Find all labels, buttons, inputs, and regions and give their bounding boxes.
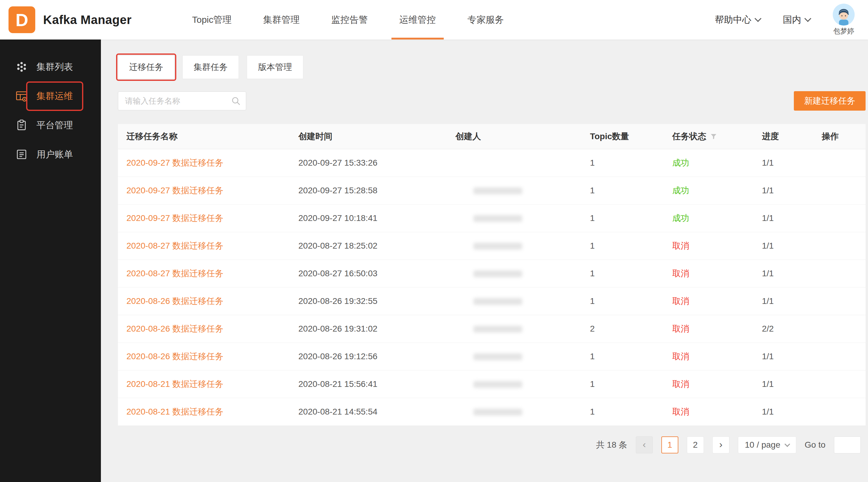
actions-cell xyxy=(813,315,866,343)
task-name-link[interactable]: 2020-09-27 数据迁移任务 xyxy=(126,158,223,167)
column-header: 创建人 xyxy=(447,124,581,149)
status-badge: 取消 xyxy=(672,241,689,250)
avatar[interactable] xyxy=(833,4,855,26)
actions-cell xyxy=(813,260,866,287)
tab-迁移任务[interactable]: 迁移任务 xyxy=(118,55,175,79)
progress-cell: 1/1 xyxy=(753,232,813,260)
actions-cell xyxy=(813,370,866,398)
sidebar-item-label: 平台管理 xyxy=(36,119,73,132)
progress-cell: 1/1 xyxy=(753,176,813,204)
creator-cell xyxy=(447,204,581,232)
status-cell: 取消 xyxy=(664,260,753,287)
progress-cell: 1/1 xyxy=(753,343,813,370)
name-cell: 2020-08-21 数据迁移任务 xyxy=(118,370,290,398)
status-badge: 取消 xyxy=(672,379,689,389)
page-buttons: 12 xyxy=(661,437,704,453)
goto-label: Go to xyxy=(805,440,826,450)
header-right: 帮助中心 国内 包梦婷 xyxy=(715,4,868,36)
create-migration-task-button[interactable]: 新建迁移任务 xyxy=(794,91,866,110)
created-cell: 2020-08-27 18:25:02 xyxy=(290,232,447,260)
topics-count-cell: 1 xyxy=(581,260,664,287)
region-selector[interactable]: 国内 xyxy=(783,14,810,26)
task-name-link[interactable]: 2020-08-26 数据迁移任务 xyxy=(126,324,223,333)
status-badge: 成功 xyxy=(672,158,689,167)
name-cell: 2020-08-27 数据迁移任务 xyxy=(118,260,290,287)
toolbar: 新建迁移任务 xyxy=(118,91,866,110)
creator-cell xyxy=(447,370,581,398)
platform-icon xyxy=(15,119,28,132)
nav-item-集群管理[interactable]: 集群管理 xyxy=(247,0,315,39)
nav-item-Topic管理[interactable]: Topic管理 xyxy=(176,0,247,39)
status-cell: 成功 xyxy=(664,149,753,176)
user-menu[interactable]: 包梦婷 xyxy=(833,4,855,36)
filter-icon[interactable] xyxy=(710,132,717,140)
topics-count-cell: 2 xyxy=(581,315,664,343)
progress-cell: 1/1 xyxy=(753,149,813,176)
column-header: 进度 xyxy=(753,124,813,149)
column-header: 操作 xyxy=(813,124,866,149)
progress-cell: 1/1 xyxy=(753,204,813,232)
table-row: 2020-08-21 数据迁移任务2020-08-21 14:55:541取消1… xyxy=(118,398,866,425)
creator-cell xyxy=(447,176,581,204)
task-name-link[interactable]: 2020-09-27 数据迁移任务 xyxy=(126,186,223,195)
table-row: 2020-08-27 数据迁移任务2020-08-27 18:25:021取消1… xyxy=(118,232,866,260)
task-name-link[interactable]: 2020-08-26 数据迁移任务 xyxy=(126,352,223,361)
chevron-left-icon: ‹ xyxy=(643,440,646,449)
chevron-down-icon xyxy=(784,441,790,447)
actions-cell xyxy=(813,343,866,370)
nav-item-监控告警[interactable]: 监控告警 xyxy=(315,0,383,39)
sidebar-item-label: 集群运维 xyxy=(36,90,73,102)
column-header: 创建时间 xyxy=(290,124,447,149)
task-name-link[interactable]: 2020-09-27 数据迁移任务 xyxy=(126,213,223,223)
chevron-down-icon xyxy=(804,15,811,22)
tab-集群任务[interactable]: 集群任务 xyxy=(182,55,239,79)
task-name-link[interactable]: 2020-08-26 数据迁移任务 xyxy=(126,296,223,306)
search-input[interactable] xyxy=(118,92,246,110)
created-cell: 2020-08-26 19:31:02 xyxy=(290,315,447,343)
page-size-select[interactable]: 10 / page xyxy=(738,437,796,453)
nav-item-运维管控[interactable]: 运维管控 xyxy=(383,0,452,39)
main-content: 迁移任务集群任务版本管理 新建迁移任务 迁移任务名称创建时间创建人Topic数量… xyxy=(101,39,868,482)
creator-redacted-text xyxy=(473,188,522,194)
status-badge: 取消 xyxy=(672,324,689,333)
progress-cell: 1/1 xyxy=(753,398,813,425)
task-name-link[interactable]: 2020-08-21 数据迁移任务 xyxy=(126,407,223,416)
name-cell: 2020-09-27 数据迁移任务 xyxy=(118,176,290,204)
creator-cell xyxy=(447,149,581,176)
status-cell: 取消 xyxy=(664,398,753,425)
created-cell: 2020-09-27 15:28:58 xyxy=(290,176,447,204)
sidebar-item-平台管理[interactable]: 平台管理 xyxy=(0,110,101,140)
next-page-button[interactable]: › xyxy=(712,437,730,453)
page-button-1[interactable]: 1 xyxy=(661,437,678,453)
topics-count-cell: 1 xyxy=(581,398,664,425)
page-button-2[interactable]: 2 xyxy=(687,437,704,453)
status-cell: 成功 xyxy=(664,204,753,232)
creator-cell xyxy=(447,315,581,343)
app-title: Kafka Manager xyxy=(43,13,132,27)
sidebar-item-用户账单[interactable]: 用户账单 xyxy=(0,140,101,169)
task-name-link[interactable]: 2020-08-27 数据迁移任务 xyxy=(126,241,223,250)
actions-cell xyxy=(813,176,866,204)
actions-cell xyxy=(813,398,866,425)
status-cell: 取消 xyxy=(664,343,753,370)
nav-item-专家服务[interactable]: 专家服务 xyxy=(452,0,520,39)
chevron-right-icon: › xyxy=(719,440,722,449)
status-badge: 取消 xyxy=(672,269,689,278)
task-name-link[interactable]: 2020-08-27 数据迁移任务 xyxy=(126,269,223,278)
table-row: 2020-08-26 数据迁移任务2020-08-26 19:31:022取消2… xyxy=(118,315,866,343)
creator-cell xyxy=(447,398,581,425)
created-cell: 2020-09-27 10:18:41 xyxy=(290,204,447,232)
prev-page-button[interactable]: ‹ xyxy=(636,437,653,453)
task-name-link[interactable]: 2020-08-21 数据迁移任务 xyxy=(126,379,223,389)
cluster-icon xyxy=(15,61,28,73)
table-header-row: 迁移任务名称创建时间创建人Topic数量任务状态进度操作 xyxy=(118,124,866,149)
topics-count-cell: 1 xyxy=(581,176,664,204)
tab-版本管理[interactable]: 版本管理 xyxy=(247,55,303,79)
help-center-menu[interactable]: 帮助中心 xyxy=(715,14,761,26)
top-navigation: Topic管理集群管理监控告警运维管控专家服务 xyxy=(176,0,520,39)
sidebar-item-集群列表[interactable]: 集群列表 xyxy=(0,52,101,82)
goto-page-input[interactable] xyxy=(834,437,861,453)
creator-redacted-text xyxy=(473,243,522,250)
sidebar-item-集群运维[interactable]: 集群运维 xyxy=(0,82,101,110)
table-row: 2020-09-27 数据迁移任务2020-09-27 15:33:261成功1… xyxy=(118,149,866,176)
